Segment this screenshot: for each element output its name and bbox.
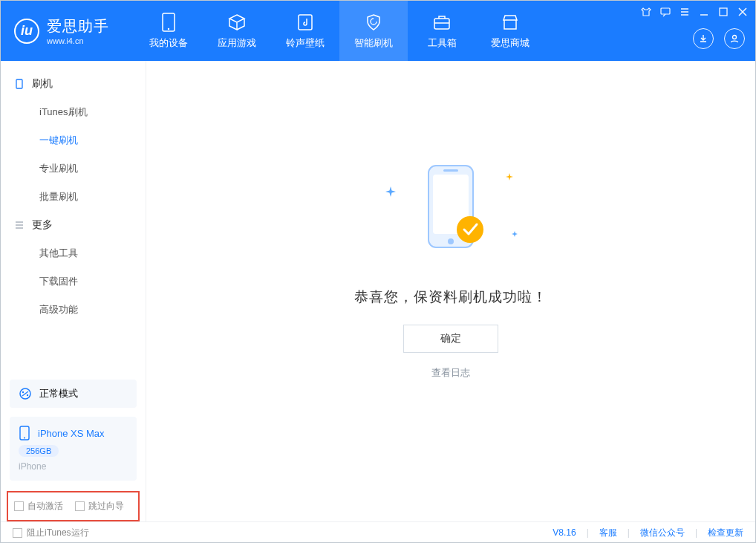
svg-rect-5 xyxy=(720,8,727,16)
mode-card[interactable]: 正常模式 xyxy=(10,380,137,408)
view-log-link[interactable]: 查看日志 xyxy=(431,366,470,380)
shield-icon xyxy=(364,13,383,32)
footer-link-wechat[interactable]: 微信公众号 xyxy=(640,527,685,539)
svg-point-9 xyxy=(22,391,24,393)
nav-toolbox[interactable]: 工具箱 xyxy=(408,1,476,61)
sidebar-item-other-tools[interactable]: 其他工具 xyxy=(1,239,146,267)
skin-icon[interactable] xyxy=(641,7,651,17)
nav-ringtones[interactable]: 铃声壁纸 xyxy=(271,1,339,61)
nav-apps[interactable]: 应用游戏 xyxy=(203,1,271,61)
nav-my-device[interactable]: 我的设备 xyxy=(134,1,203,61)
svg-rect-15 xyxy=(443,169,458,172)
device-card[interactable]: iPhone XS Max 256GB iPhone xyxy=(10,417,137,481)
svg-rect-4 xyxy=(661,8,670,14)
app-name: 爱思助手 xyxy=(47,16,109,36)
nav-store[interactable]: 爱思商城 xyxy=(476,1,544,61)
sidebar-item-download-firmware[interactable]: 下载固件 xyxy=(1,267,146,296)
sidebar-section-flash[interactable]: 刷机 xyxy=(1,70,146,98)
top-nav: 我的设备 应用游戏 铃声壁纸 智能刷机 工具箱 爱思商城 xyxy=(134,1,544,61)
device-icon xyxy=(159,13,178,32)
sidebar-item-advanced[interactable]: 高级功能 xyxy=(1,296,146,324)
sidebar-item-oneclick-flash[interactable]: 一键刷机 xyxy=(1,126,146,155)
sidebar-item-batch-flash[interactable]: 批量刷机 xyxy=(1,183,146,211)
checkbox-icon xyxy=(14,501,24,511)
footer-link-support[interactable]: 客服 xyxy=(599,527,617,539)
mode-label: 正常模式 xyxy=(39,387,78,400)
checkbox-block-itunes[interactable]: 阻止iTunes运行 xyxy=(13,527,89,539)
account-button[interactable] xyxy=(724,28,745,49)
sparkle-icon xyxy=(512,231,518,237)
briefcase-icon xyxy=(432,13,452,32)
mode-icon xyxy=(19,387,32,400)
sidebar-section-more[interactable]: 更多 xyxy=(1,211,146,239)
svg-point-10 xyxy=(27,394,28,396)
checkbox-icon xyxy=(13,528,22,538)
footer-link-update[interactable]: 检查更新 xyxy=(708,527,743,539)
svg-point-17 xyxy=(457,216,483,243)
sidebar-item-pro-flash[interactable]: 专业刷机 xyxy=(1,155,146,183)
success-message: 恭喜您，保资料刷机成功啦！ xyxy=(354,287,547,307)
menu-icon[interactable] xyxy=(680,7,690,17)
svg-point-6 xyxy=(733,36,737,39)
checkbox-skip-guide[interactable]: 跳过向导 xyxy=(75,500,124,513)
svg-point-16 xyxy=(448,238,454,244)
sidebar-item-itunes-flash[interactable]: iTunes刷机 xyxy=(1,98,146,126)
success-illustration xyxy=(406,158,495,265)
version-label: V8.16 xyxy=(553,527,576,538)
main-content: 恭喜您，保资料刷机成功啦！ 确定 查看日志 xyxy=(146,61,755,521)
sparkle-icon xyxy=(385,186,396,197)
device-type: iPhone xyxy=(19,461,46,472)
options-box: 自动激活 跳过向导 xyxy=(7,491,140,521)
minimize-icon[interactable] xyxy=(699,7,709,17)
download-button[interactable] xyxy=(693,28,714,49)
device-capacity: 256GB xyxy=(19,445,59,457)
phone-icon xyxy=(14,79,25,89)
close-icon[interactable] xyxy=(737,7,748,17)
svg-point-12 xyxy=(24,438,25,439)
checkbox-icon xyxy=(75,501,85,511)
svg-rect-7 xyxy=(16,79,22,88)
cube-icon xyxy=(227,13,247,32)
device-phone-icon xyxy=(19,426,30,440)
app-header: iu 爱思助手 www.i4.cn 我的设备 应用游戏 铃声壁纸 智能刷机 工具… xyxy=(1,1,755,61)
svg-rect-3 xyxy=(434,19,449,29)
store-icon xyxy=(501,13,520,32)
window-controls xyxy=(641,7,748,17)
checkbox-auto-activate[interactable]: 自动激活 xyxy=(14,500,63,513)
app-site: www.i4.cn xyxy=(47,36,109,45)
device-name: iPhone XS Max xyxy=(38,428,105,439)
maximize-icon[interactable] xyxy=(718,7,729,17)
logo-icon: iu xyxy=(14,19,39,44)
header-actions xyxy=(693,28,745,49)
list-icon xyxy=(14,220,25,230)
music-file-icon xyxy=(296,13,315,32)
ok-button[interactable]: 确定 xyxy=(403,325,498,353)
feedback-icon[interactable] xyxy=(660,7,671,17)
sidebar: 刷机 iTunes刷机 一键刷机 专业刷机 批量刷机 更多 其他工具 下载固件 … xyxy=(1,61,146,521)
sparkle-icon xyxy=(506,173,513,181)
status-bar: 阻止iTunes运行 V8.16 | 客服 | 微信公众号 | 检查更新 xyxy=(1,521,755,543)
nav-flash[interactable]: 智能刷机 xyxy=(339,1,408,61)
svg-point-1 xyxy=(168,27,169,29)
logo-block: iu 爱思助手 www.i4.cn xyxy=(1,1,134,61)
